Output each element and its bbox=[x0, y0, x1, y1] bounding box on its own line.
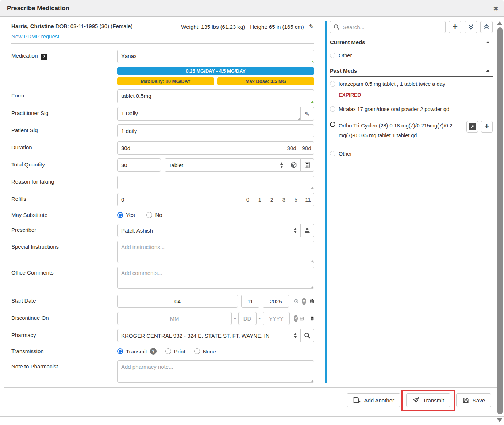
meds-sidebar: + Current Meds Other Past Meds lorazepam bbox=[330, 21, 493, 162]
prescription-form-pane: Harris, Christine DOB: 03-11-1995 (30) (… bbox=[0, 17, 324, 383]
pharmacy-note-input[interactable] bbox=[117, 360, 314, 383]
office-comments-input[interactable] bbox=[117, 267, 314, 289]
meds-search-input[interactable] bbox=[330, 21, 446, 33]
prescriber-profile-button[interactable] bbox=[300, 224, 314, 237]
save-icon bbox=[462, 397, 469, 404]
add-another-button[interactable]: Add Another bbox=[347, 393, 400, 407]
collapse-all-button[interactable] bbox=[465, 21, 477, 33]
reason-input[interactable] bbox=[117, 176, 314, 189]
past-meds-title: Past Meds bbox=[330, 68, 357, 74]
med-radio-selected[interactable] bbox=[330, 122, 335, 127]
help-icon[interactable]: ? bbox=[150, 348, 157, 355]
new-pdmp-request-link[interactable]: New PDMP request bbox=[11, 33, 314, 39]
add-med-to-form-button[interactable]: + bbox=[481, 121, 493, 133]
footer-actions: Add Another Transmit Save bbox=[347, 393, 491, 407]
past-med-other-item[interactable]: Other bbox=[330, 146, 493, 162]
refill-0-button[interactable]: 0 bbox=[242, 193, 254, 206]
office-comments-label: Office Comments bbox=[11, 267, 117, 289]
clear-start-date-button[interactable]: ✕ bbox=[302, 298, 306, 305]
pharmacy-search-button[interactable] bbox=[300, 329, 314, 342]
transmission-print-radio[interactable] bbox=[165, 348, 171, 354]
dispense-unit-button[interactable] bbox=[287, 158, 301, 172]
date-separator: - bbox=[259, 315, 261, 322]
med-radio[interactable] bbox=[330, 106, 335, 112]
start-month-input[interactable] bbox=[117, 295, 238, 308]
dc-day-input[interactable] bbox=[238, 312, 257, 325]
quantity-input[interactable] bbox=[117, 158, 161, 172]
clock-icon[interactable] bbox=[294, 297, 299, 305]
patient-header: Harris, Christine DOB: 03-11-1995 (30) (… bbox=[0, 17, 324, 39]
open-med-button[interactable] bbox=[466, 121, 478, 133]
start-day-input[interactable] bbox=[241, 295, 259, 308]
chevron-double-up-icon bbox=[483, 24, 490, 30]
transmission-transmit-label: Transmit bbox=[126, 348, 147, 355]
prescribe-medication-modal: Prescribe Medication ✖ Harris, Christine… bbox=[0, 0, 504, 425]
practitioner-sig-input[interactable]: 1 Daily bbox=[117, 107, 301, 121]
edit-vitals-icon[interactable]: ✎ bbox=[309, 23, 314, 31]
add-med-button[interactable]: + bbox=[449, 21, 461, 33]
med-radio[interactable] bbox=[330, 53, 335, 58]
med-radio[interactable] bbox=[330, 151, 335, 156]
substitute-no-radio[interactable] bbox=[146, 212, 152, 218]
current-med-other-item[interactable]: Other bbox=[330, 48, 493, 64]
collapse-section-icon[interactable] bbox=[486, 69, 490, 72]
form-input[interactable]: tablet 0.5mg bbox=[117, 89, 314, 103]
clear-dc-date-button[interactable]: ✕ bbox=[294, 315, 298, 322]
special-instructions-input[interactable] bbox=[117, 241, 314, 263]
collapse-section-icon[interactable] bbox=[486, 41, 490, 43]
start-year-input[interactable] bbox=[263, 295, 289, 308]
start-date-label: Start Date bbox=[11, 295, 117, 308]
scrollbar-up-arrow[interactable] bbox=[497, 21, 502, 25]
pharmacy-select[interactable]: KROGER CENTRAL 932 - 324 E. STATE ST. FT… bbox=[117, 329, 301, 342]
duration-90d-button[interactable]: 90d bbox=[299, 141, 314, 155]
past-med-lorazepam-item[interactable]: lorazepam 0.5 mg tablet , 1 tablet twice… bbox=[330, 77, 493, 102]
refill-5-button[interactable]: 5 bbox=[290, 193, 302, 206]
save-button[interactable]: Save bbox=[456, 393, 491, 407]
practitioner-sig-label: Practitioner Sig bbox=[11, 107, 117, 121]
past-meds-header: Past Meds bbox=[330, 64, 493, 77]
med-item-label: Other bbox=[339, 150, 493, 158]
patient-weight: Weight: 135 lbs (61.23 kg) bbox=[181, 24, 245, 30]
refill-2-button[interactable]: 2 bbox=[266, 193, 278, 206]
date-separator: - bbox=[234, 315, 236, 322]
dc-year-input[interactable] bbox=[263, 312, 290, 325]
transmit-button[interactable]: Transmit bbox=[406, 393, 450, 407]
scrollbar-down-arrow[interactable] bbox=[497, 418, 502, 422]
prescriber-select[interactable]: Patel, Ashish bbox=[117, 224, 301, 237]
sort-caret-icon bbox=[294, 333, 297, 338]
pencil-icon: ✎ bbox=[305, 111, 309, 118]
duration-30d-button[interactable]: 30d bbox=[284, 141, 299, 155]
expand-all-button[interactable] bbox=[480, 21, 493, 33]
refill-11-button[interactable]: 11 bbox=[302, 193, 314, 206]
duration-calculator-icon[interactable] bbox=[310, 314, 314, 322]
refill-1-button[interactable]: 1 bbox=[254, 193, 266, 206]
past-med-miralax-item[interactable]: Miralax 17 gram/dose oral powder 2 powde… bbox=[330, 102, 493, 118]
refill-3-button[interactable]: 3 bbox=[278, 193, 290, 206]
medication-input[interactable]: Xanax bbox=[117, 50, 314, 63]
substitute-yes-radio[interactable] bbox=[117, 212, 123, 218]
form-area: Medication Xanax 0.25 MG/DAY - 4.5 MG/DA… bbox=[0, 44, 324, 383]
dc-month-input[interactable] bbox=[117, 312, 232, 325]
transmission-transmit-radio[interactable] bbox=[117, 348, 123, 354]
med-radio[interactable] bbox=[330, 81, 335, 87]
duration-label: Duration bbox=[11, 141, 117, 155]
calendar-gray-icon[interactable] bbox=[300, 314, 304, 322]
refills-input[interactable] bbox=[117, 193, 242, 206]
expired-badge: EXPIRED bbox=[339, 92, 493, 98]
quantity-unit-select[interactable]: Tablet bbox=[165, 158, 287, 172]
duration-input[interactable] bbox=[117, 141, 284, 155]
pane-divider bbox=[325, 21, 327, 383]
transmission-none-radio[interactable] bbox=[194, 348, 200, 354]
refills-label: Refills bbox=[11, 193, 117, 206]
close-button[interactable]: ✖ bbox=[488, 0, 504, 16]
edit-sig-button[interactable]: ✎ bbox=[300, 107, 314, 121]
scrollbar-thumb[interactable] bbox=[497, 27, 503, 414]
calendar-icon[interactable] bbox=[309, 297, 314, 305]
modal-title: Prescribe Medication bbox=[0, 5, 488, 12]
quantity-calculator-button[interactable] bbox=[300, 158, 314, 172]
past-med-ortho-item[interactable]: Ortho Tri-Cyclen (28) 0.18 mg(7)/0.215mg… bbox=[330, 117, 493, 146]
medication-external-link-icon[interactable] bbox=[41, 54, 47, 60]
patient-sig-input[interactable] bbox=[117, 124, 314, 137]
paper-plane-icon bbox=[412, 397, 420, 404]
med-item-label: Ortho Tri-Cyclen (28) 0.18 mg(7)/0.215mg… bbox=[339, 121, 463, 141]
